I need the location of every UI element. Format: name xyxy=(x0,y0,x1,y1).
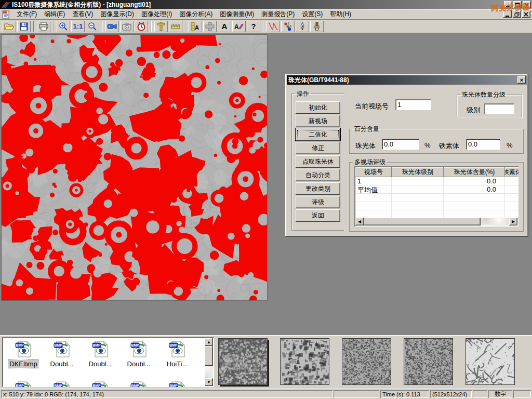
new-field-button[interactable]: 新视场 xyxy=(296,115,340,127)
menu-image-measure[interactable]: 图像测量(M) xyxy=(216,9,258,20)
video-camera-button[interactable] xyxy=(105,21,119,32)
caliper-button[interactable] xyxy=(154,21,168,32)
toolbar-separator xyxy=(185,21,186,32)
open-button[interactable] xyxy=(3,21,16,32)
dialog-title-bar[interactable]: 珠光体(GB/T9441-88) × xyxy=(287,75,527,85)
print-button[interactable] xyxy=(37,21,50,32)
bmp-file-icon: BMP xyxy=(91,381,109,387)
vendor-watermark: 阿克苏仪器 xyxy=(491,3,530,14)
menu-view[interactable]: 查看(V) xyxy=(69,9,97,20)
table-hscrollbar[interactable]: ◀ ▶ xyxy=(355,218,517,225)
pattern-grid-button[interactable] xyxy=(203,21,217,32)
menu-file[interactable]: 文件(F) xyxy=(13,9,41,20)
classify-dots-button[interactable]: 13 xyxy=(281,21,295,32)
hscroll-thumb[interactable] xyxy=(364,218,481,225)
thumbnail-5[interactable] xyxy=(466,338,515,385)
ruler-button[interactable] xyxy=(169,21,182,32)
bmp-file-icon: BMP xyxy=(53,381,71,387)
status-spacer xyxy=(513,390,531,398)
menu-bar: 文件(F) 编辑(E) 查看(V) 图像显示(D) 图像处理(I) 图像分析(A… xyxy=(0,9,532,20)
file-item[interactable]: BMP xyxy=(81,381,119,387)
file-item[interactable]: BMP HuiTi... xyxy=(158,340,196,368)
scroll-left-icon[interactable]: ◀ xyxy=(355,218,364,225)
file-item[interactable]: BMP xyxy=(4,381,43,387)
auto-classify-button[interactable]: 自动分类 xyxy=(296,169,340,181)
scroll-right-icon[interactable]: ▶ xyxy=(509,218,517,225)
file-row-clipped: BMP BMP BMP BMP BMP xyxy=(4,381,196,387)
actual-size-button[interactable]: 1:1 xyxy=(71,21,85,32)
menu-report[interactable]: 测量报告(P) xyxy=(258,9,298,20)
spline-curve-button[interactable] xyxy=(267,21,280,32)
measure-text-button[interactable]: A xyxy=(189,21,202,32)
percent-group-title: 百分含量 xyxy=(353,125,381,134)
menu-image-display[interactable]: 图像显示(D) xyxy=(97,9,138,20)
pen-button[interactable] xyxy=(296,21,309,32)
file-item[interactable]: BMP Doubl... xyxy=(43,340,81,368)
brush-button[interactable] xyxy=(310,21,324,32)
cell xyxy=(392,194,444,202)
col-pearlite-grade[interactable]: 珠光体级别 xyxy=(392,167,444,177)
col-field-no[interactable]: 视场号 xyxy=(355,167,392,177)
pearlite-percent-input[interactable] xyxy=(382,139,419,150)
save-button[interactable] xyxy=(17,21,31,32)
level-input[interactable] xyxy=(484,103,514,114)
file-item[interactable]: BMP xyxy=(43,381,81,387)
status-spacer xyxy=(334,390,379,398)
file-item[interactable]: BMP Doubl... xyxy=(119,340,158,368)
current-field-input[interactable] xyxy=(395,99,431,110)
bmp-file-icon: BMP xyxy=(53,340,71,360)
svg-text:BMP: BMP xyxy=(54,384,62,387)
app-icon xyxy=(2,1,10,8)
scroll-up-icon[interactable]: ▲ xyxy=(205,338,213,346)
table-row[interactable] xyxy=(355,202,517,210)
text-label-button[interactable]: A xyxy=(218,21,231,32)
scroll-down-icon[interactable]: ▼ xyxy=(205,378,213,386)
help-button[interactable]: ? xyxy=(247,21,260,32)
menu-help[interactable]: 帮助(H) xyxy=(326,9,355,20)
micrograph-image[interactable] xyxy=(1,34,268,301)
toolbar-separator xyxy=(263,21,264,32)
file-item[interactable]: BMP Doubl... xyxy=(81,340,119,368)
thumbnail-strip xyxy=(218,338,515,385)
pick-pearlite-button[interactable]: 点取珠光体 xyxy=(296,155,340,168)
svg-text:BMP: BMP xyxy=(169,343,178,347)
table-row[interactable] xyxy=(355,194,517,202)
menu-image-analysis[interactable]: 图像分析(A) xyxy=(176,9,216,20)
menu-edit[interactable]: 编辑(E) xyxy=(41,9,69,20)
file-vscrollbar[interactable]: ▲ ▼ xyxy=(205,338,213,386)
thumbnail-2[interactable] xyxy=(280,338,329,385)
thumbnail-4[interactable] xyxy=(404,338,453,385)
cell: 0.0 xyxy=(444,177,505,185)
menu-settings[interactable]: 设置(S) xyxy=(298,9,326,20)
operations-group: 操作 初始化 新视场 二值化 修正 点取珠光体 自动分类 更改类别 评级 返回 xyxy=(291,89,344,231)
return-button[interactable]: 返回 xyxy=(296,209,340,222)
timer-button[interactable] xyxy=(135,21,148,32)
vscroll-thumb[interactable] xyxy=(205,346,213,366)
table-row[interactable]: 1 0.0 xyxy=(355,177,517,185)
thumbnail-1[interactable] xyxy=(218,338,268,385)
camera-button[interactable] xyxy=(120,21,134,32)
file-item[interactable]: BMP xyxy=(119,381,158,387)
change-class-button[interactable]: 更改类别 xyxy=(296,182,340,195)
menu-image-processing[interactable]: 图像处理(I) xyxy=(138,9,176,20)
ferrite-percent-input[interactable] xyxy=(466,139,500,150)
file-name: Doubl... xyxy=(88,360,113,368)
text-edit-button[interactable]: A xyxy=(232,21,246,32)
svg-text:A: A xyxy=(234,23,239,31)
thumbnail-3[interactable] xyxy=(342,338,391,385)
zoom-out-button[interactable] xyxy=(86,21,99,32)
zoom-in-button[interactable] xyxy=(57,21,70,32)
init-button[interactable]: 初始化 xyxy=(296,101,340,114)
col-pearlite-percent[interactable]: 珠光体含量(%) xyxy=(444,167,505,177)
dialog-close-icon[interactable]: × xyxy=(517,76,526,84)
file-item[interactable]: BMP xyxy=(158,381,196,387)
correct-button[interactable]: 修正 xyxy=(296,142,340,154)
col-ferrite[interactable]: 铁素体 xyxy=(505,167,518,177)
rate-button[interactable]: 评级 xyxy=(296,196,340,208)
svg-text:BMP: BMP xyxy=(131,384,139,387)
hscroll-track[interactable] xyxy=(481,218,509,225)
file-item[interactable]: BMP DKF.bmp xyxy=(4,340,43,368)
grade-group-title: 珠光体数量分级 xyxy=(460,90,507,99)
table-row[interactable]: 平均值 0.0 xyxy=(355,185,517,194)
binarize-button[interactable]: 二值化 xyxy=(296,128,340,141)
